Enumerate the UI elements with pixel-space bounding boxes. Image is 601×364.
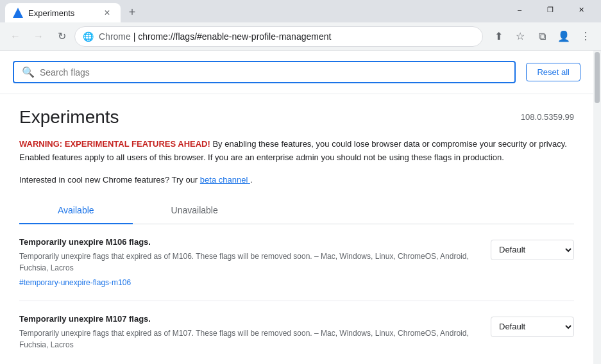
tab-available[interactable]: Available xyxy=(19,197,133,224)
warning-bold-text: WARNING: EXPERIMENTAL FEATURES AHEAD! xyxy=(19,139,210,149)
search-bar-container: 🔍 Reset all xyxy=(0,51,593,94)
back-button[interactable]: ← xyxy=(5,26,26,47)
beta-channel-link[interactable]: beta channel xyxy=(200,175,250,185)
scrollbar-track[interactable] xyxy=(593,51,601,364)
tab-unavailable[interactable]: Unavailable xyxy=(133,197,257,224)
search-icon: 🔍 xyxy=(22,66,35,78)
title-bar: Experiments ✕ + – ❐ ✕ xyxy=(0,0,601,22)
flag-title: Temporarily unexpire M107 flags. xyxy=(19,314,478,324)
site-name: Chrome xyxy=(99,31,131,42)
reload-button[interactable]: ↻ xyxy=(51,26,72,47)
active-tab[interactable]: Experiments ✕ xyxy=(5,3,121,22)
reset-all-button[interactable]: Reset all xyxy=(526,63,580,81)
tabs-container: Available Unavailable xyxy=(19,197,574,224)
address-bar[interactable]: 🌐 Chrome | chrome://flags/#enable-new-pr… xyxy=(74,26,483,47)
tab-close-button[interactable]: ✕ xyxy=(101,7,113,19)
flag-default-select[interactable]: Default Enabled Disabled xyxy=(491,240,574,260)
minimize-button[interactable]: – xyxy=(505,1,534,19)
version-text: 108.0.5359.99 xyxy=(521,112,574,122)
content-area: 🔍 Reset all Experiments 108.0.5359.99 WA… xyxy=(0,51,601,364)
main-content: 🔍 Reset all Experiments 108.0.5359.99 WA… xyxy=(0,51,593,364)
address-text: Chrome | chrome://flags/#enable-new-prof… xyxy=(99,31,475,42)
share-button[interactable]: ⬆ xyxy=(488,26,509,47)
close-window-button[interactable]: ✕ xyxy=(566,1,596,19)
flag-title: Temporarily unexpire M106 flags. xyxy=(19,237,478,247)
search-input-wrap[interactable]: 🔍 xyxy=(13,61,516,83)
tab-title: Experiments xyxy=(28,8,96,18)
experiments-content: Experiments 108.0.5359.99 WARNING: EXPER… xyxy=(0,94,593,364)
toolbar: ← → ↻ 🌐 Chrome | chrome://flags/#enable-… xyxy=(0,22,601,51)
url-text: chrome://flags/#enable-new-profile-manag… xyxy=(138,31,331,42)
bookmark-button[interactable]: ☆ xyxy=(510,26,530,47)
tab-favicon-icon xyxy=(13,8,23,18)
restore-button[interactable]: ❐ xyxy=(536,1,565,19)
profile-button[interactable]: 👤 xyxy=(554,26,574,47)
site-icon: 🌐 xyxy=(83,31,94,42)
interested-text: Interested in cool new Chrome features? … xyxy=(19,175,574,185)
flag-item-content: Temporarily unexpire M107 flags. Tempora… xyxy=(19,314,478,353)
warning-box: WARNING: EXPERIMENTAL FEATURES AHEAD! By… xyxy=(19,138,574,165)
scrollbar-thumb[interactable] xyxy=(595,52,600,103)
split-view-button[interactable]: ⧉ xyxy=(532,26,552,47)
forward-button[interactable]: → xyxy=(28,26,49,47)
flag-link[interactable]: #temporary-unexpire-flags-m106 xyxy=(19,278,131,287)
toolbar-actions: ⬆ ☆ ⧉ 👤 ⋮ xyxy=(488,26,596,47)
search-input[interactable] xyxy=(40,67,507,78)
menu-button[interactable]: ⋮ xyxy=(575,26,596,47)
flag-item: Temporarily unexpire M107 flags. Tempora… xyxy=(19,301,574,364)
new-tab-button[interactable]: + xyxy=(123,3,141,21)
flag-item: Temporarily unexpire M106 flags. Tempora… xyxy=(19,224,574,301)
page-title: Experiments xyxy=(19,107,119,128)
flag-item-content: Temporarily unexpire M106 flags. Tempora… xyxy=(19,237,478,288)
flag-desc: Temporarily unexpire flags that expired … xyxy=(19,251,478,274)
window-controls: – ❐ ✕ xyxy=(505,1,596,22)
flag-desc: Temporarily unexpire flags that expired … xyxy=(19,327,478,351)
flag-default-select-2[interactable]: Default Enabled Disabled xyxy=(491,317,574,337)
experiments-header: Experiments 108.0.5359.99 xyxy=(19,107,574,128)
